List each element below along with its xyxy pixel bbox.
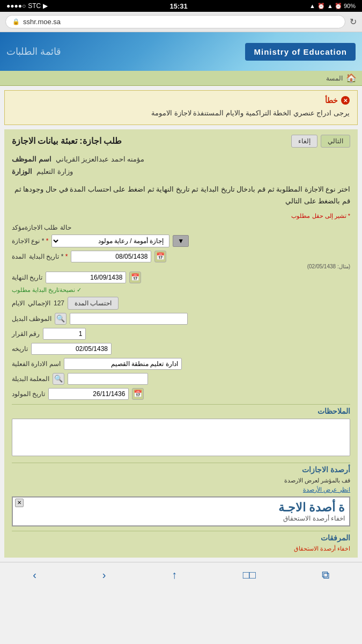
share-button[interactable]: ↑ bbox=[161, 567, 188, 583]
actual-dept-label: اسم الادارة الفعلية bbox=[12, 360, 61, 368]
battery: ▲ ⏰ 90% bbox=[327, 3, 356, 10]
header-arabic-text: قائمة الطلبات bbox=[6, 46, 61, 57]
page-title: طلب اجازة: تعبئة بيانات الاجازة bbox=[12, 136, 122, 146]
reload-button[interactable]: ↻ bbox=[350, 17, 357, 27]
decision-num-row: رقم القرار bbox=[12, 328, 350, 340]
decision-num-input[interactable] bbox=[43, 328, 86, 340]
attachments-section-title: المرفقات bbox=[12, 531, 350, 542]
substitute-teacher-label: المعلمة البديلة bbox=[12, 375, 49, 383]
substitute-teacher-search-icon[interactable]: 🔍 bbox=[53, 373, 64, 385]
form-section: حالة طلب الاجازةمؤكد ▼ إجازة أمومة / رعا… bbox=[12, 224, 350, 400]
page-title-bar: التالي إلغاء طلب اجازة: تعبئة بيانات الا… bbox=[12, 135, 350, 148]
correction-row: ✓ نصيحةتاريخ البداية مطلوب bbox=[12, 287, 350, 294]
action-buttons: التالي إلغاء bbox=[291, 135, 350, 148]
next-button[interactable]: التالي bbox=[321, 135, 350, 148]
actual-dept-row: اسم الادارة الفعلية bbox=[12, 358, 350, 370]
url-bar[interactable]: 🔒 sshr.moe.sa bbox=[5, 15, 345, 28]
start-date-calendar-icon[interactable]: 📅 bbox=[154, 251, 166, 262]
decision-date-row: تاريخه bbox=[12, 343, 350, 355]
substitute-label: الموظف البديل bbox=[12, 315, 51, 323]
tabs-button[interactable]: ⧉ bbox=[311, 567, 340, 583]
total-value: 127 bbox=[54, 299, 64, 307]
substitute-search-icon[interactable]: 🔍 bbox=[55, 313, 67, 325]
carrier: STC bbox=[28, 2, 41, 10]
employee-ministry-value: وزارة التعليم bbox=[36, 165, 73, 178]
total-label: الإجمالي bbox=[28, 299, 50, 307]
leave-type-row: ▼ إجازة أمومة / رعاية مولود * نوع الاجاز… bbox=[12, 235, 350, 247]
birth-date-input[interactable] bbox=[48, 388, 129, 400]
nav-label: المسة bbox=[326, 75, 343, 82]
error-title: ✕ خطأ bbox=[12, 96, 350, 105]
dropdown-arrow[interactable]: ▼ bbox=[173, 235, 189, 247]
balances-instruction: قف بالمؤشر لعرض الارصدة bbox=[12, 477, 350, 484]
employee-name-value: مؤمنه احمد عبدالعزيز القرياني bbox=[56, 153, 145, 165]
substitute-teacher-row: 🔍 المعلمة البديلة bbox=[12, 373, 350, 385]
wifi-icon: ▶ bbox=[43, 2, 48, 10]
balances-section-title: أرصدة الاجازات bbox=[12, 463, 350, 474]
browser-bar: 🔒 sshr.moe.sa ↻ bbox=[0, 12, 362, 32]
popup-box: ✕ ة أصدة الاجـة اخفاء أرصدة الاستحقاق bbox=[12, 496, 350, 526]
status-bar-right: ▲ ⏰ ▲ ⏰ 90% bbox=[309, 3, 356, 10]
end-date-label: تاريخ النهاية bbox=[12, 274, 42, 281]
bookmarks-button[interactable]: □□ bbox=[232, 567, 267, 583]
days-label: الايام bbox=[12, 299, 25, 307]
employee-info: مؤمنه احمد عبدالعزيز القرياني اسم الموظف… bbox=[12, 153, 350, 178]
calc-button[interactable]: احتساب المدة bbox=[68, 297, 119, 310]
home-icon[interactable]: 🏠 bbox=[346, 73, 357, 83]
total-row: احتساب المدة 127 الإجمالي الايام bbox=[12, 297, 350, 310]
leave-type-label: * نوع الاجازة bbox=[12, 237, 48, 245]
error-icon: ✕ bbox=[341, 96, 350, 105]
status-label: حالة طلب الاجازةمؤكد bbox=[12, 224, 71, 231]
main-content: التالي إلغاء طلب اجازة: تعبئة بيانات الا… bbox=[4, 129, 358, 558]
instructions: اختر نوع الاجازة المطلوبة ثم قم بادخال ت… bbox=[12, 184, 350, 207]
popup-sub-text: اخفاء أرصدة الاستحقاق bbox=[17, 515, 345, 522]
employee-ministry-label: الوزارة bbox=[12, 165, 32, 178]
location-icon: ▲ bbox=[309, 3, 315, 9]
balances-link[interactable]: انظر عرض الأرصدة bbox=[12, 486, 350, 493]
required-note: * تشير إلى حقل مطلوب bbox=[12, 213, 350, 219]
end-date-row: 📅 تاريخ النهاية bbox=[12, 272, 350, 283]
decision-date-input[interactable] bbox=[31, 343, 112, 355]
end-date-calendar-icon[interactable]: 📅 bbox=[129, 272, 141, 283]
popup-area: ✕ ة أصدة الاجـة اخفاء أرصدة الاستحقاق bbox=[12, 496, 350, 526]
error-box: ✕ خطأ يرجى ادراج عنصري الخطة التراكمية و… bbox=[4, 90, 358, 125]
status-bar-time: 15:31 bbox=[170, 2, 188, 10]
cancel-button[interactable]: إلغاء bbox=[291, 135, 317, 148]
popup-arabic-text: ة أصدة الاجـة bbox=[17, 501, 345, 515]
substitute-teacher-input[interactable] bbox=[68, 373, 148, 385]
birth-date-calendar-icon[interactable]: 📅 bbox=[132, 388, 144, 400]
lock-icon: 🔒 bbox=[12, 18, 20, 25]
signal-dots: ●●●●○ bbox=[6, 2, 26, 10]
decision-num-label: رقم القرار bbox=[12, 330, 40, 338]
ministry-badge: Ministry of Education bbox=[245, 43, 356, 61]
correction-text: ✓ نصيحةتاريخ البداية مطلوب bbox=[12, 287, 82, 294]
notes-textarea[interactable] bbox=[12, 419, 350, 456]
substitute-input[interactable] bbox=[70, 313, 188, 325]
leave-type-select[interactable]: إجازة أمومة / رعاية مولود bbox=[51, 235, 169, 247]
birth-date-label: تاريخ المولود bbox=[12, 390, 45, 398]
start-date-row: 📅 * تاريخ البداية المدة bbox=[12, 251, 350, 262]
decision-date-label: تاريخه bbox=[12, 345, 28, 353]
birth-date-row: 📅 تاريخ المولود bbox=[12, 388, 350, 400]
employee-ministry-row: وزارة التعليم الوزارة bbox=[12, 165, 350, 178]
actual-dept-input[interactable] bbox=[64, 358, 182, 370]
employee-name-label: اسم الموظف bbox=[12, 153, 51, 165]
bottom-nav: ‹ › ↑ □□ ⧉ bbox=[0, 562, 362, 588]
start-date-label: * تاريخ البداية bbox=[29, 253, 68, 260]
alarm-icon: ⏰ bbox=[317, 3, 325, 10]
popup-close-button[interactable]: ✕ bbox=[15, 499, 24, 507]
employee-name-row: مؤمنه احمد عبدالعزيز القرياني اسم الموظف bbox=[12, 153, 350, 165]
nav-bar: المسة 🏠 bbox=[0, 71, 362, 86]
back-button[interactable]: ‹ bbox=[22, 567, 47, 583]
notes-section-title: الملاحظات bbox=[12, 404, 350, 415]
error-title-text: خطأ bbox=[325, 96, 338, 105]
status-bar-left: ●●●●○ STC ▶ bbox=[6, 2, 48, 10]
attachments-hint: اخفاء أرصدة الاستحقاق bbox=[12, 545, 350, 552]
status-row: حالة طلب الاجازةمؤكد bbox=[12, 224, 350, 231]
status-bar: ●●●●○ STC ▶ 15:31 ▲ ⏰ ▲ ⏰ 90% bbox=[0, 0, 362, 12]
url-text: sshr.moe.sa bbox=[23, 18, 61, 26]
forward-button[interactable]: › bbox=[92, 567, 117, 583]
end-date-input[interactable] bbox=[46, 272, 126, 283]
error-message: يرجى ادراج عنصري الخطة التراكمية والايام… bbox=[12, 108, 350, 119]
start-date-input[interactable] bbox=[71, 251, 151, 262]
